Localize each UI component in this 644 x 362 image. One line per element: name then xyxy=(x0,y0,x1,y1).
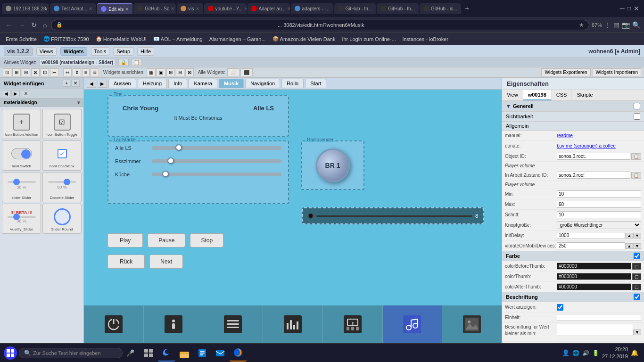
colorafter-input[interactable] xyxy=(557,283,631,290)
object-id-input[interactable] xyxy=(557,153,630,160)
stop-button[interactable]: Stop xyxy=(190,233,223,247)
bookmark-homematic[interactable]: 🏠 HomeMatic WebUI xyxy=(94,35,149,42)
left-panel-close2[interactable]: ✕ xyxy=(22,90,30,97)
nav-tools[interactable]: Tools xyxy=(91,47,110,56)
left-panel-add[interactable]: + xyxy=(63,80,70,87)
tab-vis[interactable]: vis ✕ xyxy=(177,3,203,14)
tab-css[interactable]: CSS xyxy=(552,90,572,100)
tab-musik[interactable]: Musik xyxy=(219,79,244,88)
nav-back[interactable]: ← xyxy=(4,20,14,30)
vibrate-inc[interactable]: ▲ xyxy=(625,243,633,249)
tab-adapter[interactable]: Adapter au... ✕ xyxy=(248,3,290,14)
maximize-button[interactable]: □ xyxy=(627,5,631,12)
reader-icon[interactable]: 🔍 xyxy=(632,21,640,29)
tab-info[interactable]: Info xyxy=(168,79,187,88)
all-widgets-btn2[interactable]: ⬛ xyxy=(240,68,253,76)
widgets-export-btn[interactable]: Widgets Exportieren xyxy=(541,68,590,76)
knopfgroesse-select[interactable]: große Wurschtfinger xyxy=(557,221,641,229)
nav-widgets[interactable]: Widgets xyxy=(60,47,87,56)
icon-music[interactable] xyxy=(383,305,443,343)
tab-youtube[interactable]: youtube - Y... ✕ xyxy=(204,3,247,14)
pause-button[interactable]: Pause xyxy=(148,233,185,247)
vibrate-input[interactable] xyxy=(557,242,625,249)
toolbar-align-top[interactable]: ⊠ xyxy=(31,68,40,76)
play-button[interactable]: Play xyxy=(107,233,143,247)
toolbar-grid3[interactable]: ⊞ xyxy=(166,68,175,76)
tab-github3[interactable]: GitHub - th... xyxy=(377,3,419,14)
schritt-input[interactable] xyxy=(557,211,641,218)
new-tab-button[interactable]: + xyxy=(462,4,472,13)
tab-editvis[interactable]: Edit vis ✕ xyxy=(97,3,132,14)
vis-canvas[interactable]: Titel Chris Young Alle LS It Must Be Chr… xyxy=(84,90,502,343)
taskbar-app-firefox[interactable] xyxy=(230,345,247,362)
tab-aussen[interactable]: Aussen xyxy=(108,79,136,88)
tab-view[interactable]: View xyxy=(502,90,523,100)
tab-github2[interactable]: GitHub - th... xyxy=(334,3,376,14)
taskbar-app-store[interactable] xyxy=(194,345,211,362)
max-input[interactable] xyxy=(557,201,641,208)
progress-slider-thumb[interactable] xyxy=(308,213,314,219)
initdelay-dec[interactable]: ▼ xyxy=(633,233,641,239)
tab-rollo[interactable]: Rollo xyxy=(281,79,304,88)
back-button[interactable]: Rück xyxy=(107,255,145,269)
toolbar-grid4[interactable]: ⊟ xyxy=(176,68,184,76)
taskbar-clock[interactable]: 20:28 27.12.2019 xyxy=(602,346,628,360)
beschr-kleiner-input[interactable] xyxy=(557,324,633,336)
initdelay-inc[interactable]: ▲ xyxy=(625,233,633,239)
in-arbeit-input[interactable] xyxy=(557,172,630,179)
taskbar-app-edge[interactable] xyxy=(158,345,175,362)
tab-navigation[interactable]: Navigation xyxy=(245,79,280,88)
sidebar-icon[interactable]: ▤ xyxy=(613,21,619,29)
generell-checkbox[interactable] xyxy=(634,103,640,109)
menu-dots[interactable]: ⋮ xyxy=(604,21,611,29)
left-nav-prev[interactable]: ◀ xyxy=(2,90,10,97)
radio-station-circle[interactable]: BR 1 xyxy=(316,148,350,182)
tab-skripte[interactable]: Skripte xyxy=(572,90,597,100)
bookmark-fritzbox[interactable]: 🌐 FRITZ!Box 7590 xyxy=(41,35,91,42)
initdelay-input[interactable] xyxy=(557,232,625,239)
active-widget-btn2[interactable]: 📋 xyxy=(132,59,142,66)
widget-item-slider[interactable]: 38 % slider Slider xyxy=(2,172,41,202)
toolbar-grid1[interactable]: ▦ xyxy=(147,68,156,76)
toolbar-align-left[interactable]: ⊡ xyxy=(3,68,11,76)
toolbar-align-center[interactable]: ⊞ xyxy=(12,68,21,76)
toolbar-grid2[interactable]: ▣ xyxy=(157,68,165,76)
bookmark-aol[interactable]: 📧 AOL – Anmeldung xyxy=(151,35,205,42)
taskbar-search-box[interactable]: 🔍 Zur Suche Text hier eingeben xyxy=(19,348,123,358)
taskbar-battery-icon[interactable]: 🔋 xyxy=(592,350,599,356)
all-widgets-btn1[interactable]: ⬜ xyxy=(227,68,239,76)
tab-github1[interactable]: GitHub - Sc ✕ xyxy=(133,3,176,14)
icon-power[interactable] xyxy=(84,305,144,343)
toolbar-space-h[interactable]: ⇔ xyxy=(63,68,72,76)
address-text[interactable]: ... 3082/vis/edit.html?wohnen6#Musik xyxy=(65,22,577,28)
colorafter-picker[interactable]: ▢ xyxy=(632,284,641,290)
widget-item-bool-switch[interactable]: bool Switch xyxy=(2,140,41,171)
nav-home[interactable]: ⌂ xyxy=(41,20,49,30)
icon-image[interactable] xyxy=(442,305,502,343)
donate-link[interactable]: buy me (scrounger) a coffee xyxy=(557,143,616,148)
toolbar-space-v[interactable]: ⇕ xyxy=(73,68,81,76)
object-id-copy[interactable]: 📋 xyxy=(631,153,641,160)
toolbar-align-middle[interactable]: ⊡ xyxy=(41,68,49,76)
icon-equalizer[interactable] xyxy=(263,305,323,343)
einheit-input[interactable] xyxy=(557,314,641,321)
tab-start[interactable]: Start xyxy=(305,79,326,88)
widget-item-discrete-slider[interactable]: 80 % Discrete Slider xyxy=(42,172,82,202)
nav-views[interactable]: Views xyxy=(36,47,57,56)
in-arbeit-copy[interactable]: 📋 xyxy=(631,172,641,179)
colorthumb-input[interactable] xyxy=(557,273,631,280)
nav-forward[interactable]: → xyxy=(17,20,27,30)
tab-test[interactable]: Test Adapt... ✕ xyxy=(50,3,96,14)
room-nav-next[interactable]: ▶ xyxy=(98,80,107,88)
left-nav-next[interactable]: ▶ xyxy=(11,90,20,97)
nav-setup[interactable]: Setup xyxy=(113,47,133,56)
minimize-button[interactable]: ─ xyxy=(620,5,625,12)
beschriftung-checkbox[interactable] xyxy=(634,294,640,300)
room-nav-prev[interactable]: ◀ xyxy=(87,80,96,88)
widget-item-bool-checkbox[interactable]: ✓ bool Checkbox xyxy=(42,140,82,171)
icon-info[interactable] xyxy=(144,305,204,343)
vol-slider-kueche[interactable] xyxy=(152,173,281,176)
widgets-import-btn[interactable]: Widgets Importieren xyxy=(593,68,641,76)
widget-item-icon-btn-add[interactable]: + Icon Button Addition xyxy=(2,109,41,139)
vibrate-dec[interactable]: ▼ xyxy=(633,243,641,249)
